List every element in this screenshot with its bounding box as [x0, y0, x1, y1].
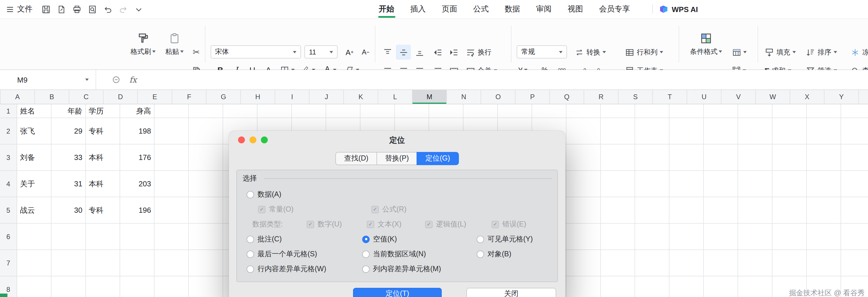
- dialog-titlebar[interactable]: 定位: [229, 131, 565, 149]
- file-menu-button[interactable]: 文件: [0, 4, 38, 14]
- cell-V7[interactable]: [738, 250, 772, 276]
- menu-tab-视图[interactable]: 视图: [560, 0, 591, 18]
- cell-X2[interactable]: [807, 118, 841, 144]
- goto-confirm-button[interactable]: 定位(T): [353, 288, 442, 297]
- print-button[interactable]: [69, 0, 85, 18]
- increase-font-size-button[interactable]: A+: [342, 45, 357, 60]
- cell-V8[interactable]: [738, 276, 772, 297]
- cell-R6[interactable]: [601, 224, 635, 250]
- radio-当前数据区域(N)[interactable]: 当前数据区域(N): [362, 249, 426, 259]
- column-header-M[interactable]: M: [412, 90, 447, 104]
- cell-U3[interactable]: [704, 144, 738, 171]
- checkbox-数字(U)[interactable]: ✓数字(U): [307, 220, 342, 229]
- column-header-B[interactable]: B: [35, 90, 69, 104]
- font-size-select[interactable]: 11: [304, 45, 338, 58]
- column-header-N[interactable]: N: [447, 90, 481, 104]
- cell-P1[interactable]: [532, 104, 566, 118]
- cell-Q1[interactable]: [566, 104, 601, 118]
- cell-R8[interactable]: [601, 276, 635, 297]
- checkbox-逻辑值(L)[interactable]: ✓逻辑值(L): [425, 220, 466, 229]
- row-header-6[interactable]: 6: [0, 224, 17, 250]
- column-header-V[interactable]: V: [721, 90, 756, 104]
- cell-E4[interactable]: [154, 171, 189, 197]
- cell-X3[interactable]: [807, 144, 841, 171]
- cell-Y3[interactable]: [841, 144, 868, 171]
- cell-D1[interactable]: 身高: [120, 104, 154, 118]
- cell-F4[interactable]: [189, 171, 223, 197]
- cell-B6[interactable]: [52, 224, 86, 250]
- cell-F6[interactable]: [189, 224, 223, 250]
- menu-tab-审阅[interactable]: 审阅: [528, 0, 560, 18]
- decrease-indent-button[interactable]: [430, 45, 445, 60]
- cell-U1[interactable]: [704, 104, 738, 118]
- row-header-7[interactable]: 7: [0, 250, 17, 276]
- cell-U4[interactable]: [704, 171, 738, 197]
- table-style-button[interactable]: [730, 45, 748, 60]
- column-header-Q[interactable]: Q: [550, 90, 584, 104]
- freeze-button[interactable]: 冻结: [849, 45, 868, 60]
- cell-T7[interactable]: [670, 250, 704, 276]
- checkbox-常量(O)[interactable]: ✓常量(O): [258, 205, 293, 214]
- cell-X6[interactable]: [807, 224, 841, 250]
- cell-X5[interactable]: [807, 197, 841, 224]
- checkbox-错误(E)[interactable]: ✓错误(E): [492, 220, 526, 229]
- cell-H1[interactable]: [257, 104, 292, 118]
- align-top-button[interactable]: [380, 45, 395, 60]
- cell-E2[interactable]: [154, 118, 189, 144]
- cell-B7[interactable]: [52, 250, 86, 276]
- cell-E5[interactable]: [154, 197, 189, 224]
- row-header-2[interactable]: 2: [0, 118, 17, 144]
- cell-B4[interactable]: 31: [52, 171, 86, 197]
- cell-D3[interactable]: 176: [120, 144, 154, 171]
- cell-B3[interactable]: 33: [52, 144, 86, 171]
- cell-M1[interactable]: [429, 104, 463, 118]
- cell-W2[interactable]: [772, 118, 807, 144]
- cell-S3[interactable]: [635, 144, 670, 171]
- menu-tab-开始[interactable]: 开始: [371, 0, 402, 18]
- cell-Y5[interactable]: [841, 197, 868, 224]
- cell-E6[interactable]: [154, 224, 189, 250]
- dialog-close-button[interactable]: 关闭: [466, 288, 556, 297]
- column-header-X[interactable]: X: [790, 90, 825, 104]
- cell-W3[interactable]: [772, 144, 807, 171]
- cell-Y1[interactable]: [841, 104, 868, 118]
- cell-D6[interactable]: [120, 224, 154, 250]
- cell-V1[interactable]: [738, 104, 772, 118]
- cell-Y2[interactable]: [841, 118, 868, 144]
- fill-button[interactable]: 填充: [763, 45, 797, 60]
- cell-G1[interactable]: [223, 104, 257, 118]
- cell-Y4[interactable]: [841, 171, 868, 197]
- cell-C6[interactable]: [86, 224, 120, 250]
- column-header-R[interactable]: R: [584, 90, 619, 104]
- cell-R1[interactable]: [601, 104, 635, 118]
- row-header-1[interactable]: 1: [0, 104, 17, 118]
- cell-C2[interactable]: 专科: [86, 118, 120, 144]
- dialog-tab-查找(D)[interactable]: 查找(D): [336, 152, 377, 165]
- cell-W7[interactable]: [772, 250, 807, 276]
- radio-可见单元格(Y)[interactable]: 可见单元格(Y): [477, 235, 533, 244]
- cell-F1[interactable]: [189, 104, 223, 118]
- cell-D7[interactable]: [120, 250, 154, 276]
- cell-U2[interactable]: [704, 118, 738, 144]
- radio-最后一个单元格(S)[interactable]: 最后一个单元格(S): [247, 249, 317, 259]
- radio-列内容差异单元格(M)[interactable]: 列内容差异单元格(M): [362, 264, 441, 273]
- column-header-T[interactable]: T: [653, 90, 687, 104]
- row-header-3[interactable]: 3: [0, 144, 17, 171]
- cell-A2[interactable]: 张飞: [17, 118, 52, 144]
- cell-W6[interactable]: [772, 224, 807, 250]
- cell-R4[interactable]: [601, 171, 635, 197]
- cell-R5[interactable]: [601, 197, 635, 224]
- column-header-K[interactable]: K: [344, 90, 378, 104]
- column-header-G[interactable]: G: [207, 90, 241, 104]
- column-header-Y[interactable]: Y: [825, 90, 859, 104]
- cell-F2[interactable]: [189, 118, 223, 144]
- menu-tab-会员专享[interactable]: 会员专享: [591, 0, 638, 18]
- save-button[interactable]: [38, 0, 54, 18]
- cell-V2[interactable]: [738, 118, 772, 144]
- conditional-format-button[interactable]: 条件格式: [685, 22, 727, 66]
- cell-Y6[interactable]: [841, 224, 868, 250]
- cell-D2[interactable]: 198: [120, 118, 154, 144]
- cell-S8[interactable]: [635, 276, 670, 297]
- cell-R2[interactable]: [601, 118, 635, 144]
- column-header-C[interactable]: C: [69, 90, 103, 104]
